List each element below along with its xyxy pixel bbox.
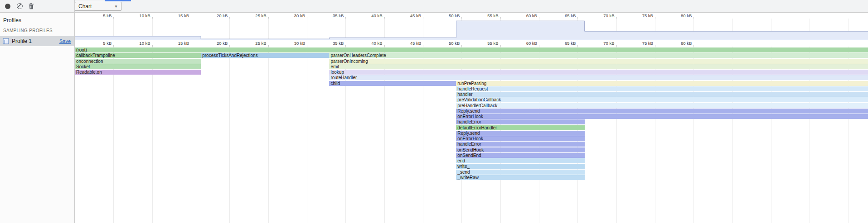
flame-frame[interactable]: onSendHook [456,147,584,152]
flame-frame[interactable]: onSendEnd [456,153,584,158]
ruler-tick-label: 45 kB [410,41,423,46]
flame-frame[interactable]: child [329,81,456,86]
top-accent-line [105,0,131,1]
flame-frame[interactable]: handler [456,92,868,97]
ruler-tick-label: 65 kB [565,13,577,18]
ruler-tick-label: 60 kB [526,41,539,46]
memory-profiler-panel: Chart ▼ Profiles SAMPLING PROFILES Profi… [0,0,868,223]
ruler-tick-label: 25 kB [255,41,268,46]
view-mode-value: Chart [78,3,92,9]
flame-frame[interactable]: callbackTrampoline [75,53,201,58]
profile-item-profile-1[interactable]: Profile 1 Save [0,36,74,46]
ruler-tick-label: 65 kB [565,41,577,46]
flame-frame[interactable]: parserOnIncoming [329,59,868,64]
save-profile-link[interactable]: Save [59,38,71,44]
ruler-tick-label: 20 kB [217,41,229,46]
clear-profiles-button[interactable] [14,0,25,12]
ruler-tick-label: 70 kB [603,13,616,18]
ruler-tick-label: 50 kB [449,13,461,18]
ruler-tick-label: 15 kB [178,41,191,46]
delete-profile-button[interactable] [25,0,37,12]
flame-frame[interactable]: processTicksAndRejections [201,53,329,58]
record-profile-button[interactable] [2,0,14,12]
allocation-flame-chart: 5 kB10 kB15 kB20 kB25 kB30 kB35 kB40 kB4… [75,13,868,223]
chevron-down-icon: ▼ [114,5,118,9]
ruler-tick-label: 40 kB [371,13,384,18]
block-icon [17,3,23,9]
flame-frame[interactable]: end [456,158,584,163]
record-icon [5,4,10,9]
profiler-toolbar: Chart ▼ [0,0,868,13]
profile-item-label: Profile 1 [12,38,57,44]
flame-chart-ruler: 5 kB10 kB15 kB20 kB25 kB30 kB35 kB40 kB4… [75,40,868,47]
flame-frame[interactable]: _send [456,170,584,175]
ruler-tick-label: 70 kB [603,41,616,46]
ruler-tick-label: 50 kB [449,41,461,46]
ruler-tick-label: 55 kB [487,41,500,46]
panel-body: Profiles SAMPLING PROFILES Profile 1 Sav… [0,13,868,223]
ruler-tick-label: 30 kB [294,13,307,18]
overview-ruler: 5 kB10 kB15 kB20 kB25 kB30 kB35 kB40 kB4… [75,13,868,19]
ruler-tick-label: 20 kB [217,13,229,18]
flame-frame[interactable]: preValidationCallback [456,97,868,102]
ruler-tick-label: 5 kB [103,41,113,46]
flame-frame[interactable]: handleRequest [456,86,868,91]
ruler-tick-label: 80 kB [681,41,693,46]
ruler-tick-label: 55 kB [487,13,500,18]
overview-area-svg [75,19,868,40]
flame-frame[interactable]: Readable.on [75,70,201,75]
profile-icon [3,38,9,44]
ruler-tick-label: 75 kB [642,13,655,18]
gridline [307,47,307,223]
flame-frame[interactable]: preHandlerCallback [456,103,868,108]
overview-area-chart[interactable] [75,19,868,40]
ruler-tick-label: 75 kB [642,41,655,46]
ruler-tick-label: 30 kB [294,41,307,46]
ruler-tick-label: 5 kB [103,13,113,18]
ruler-tick-label: 25 kB [255,13,268,18]
flame-frame[interactable]: Reply.send [456,131,584,136]
flame-frame[interactable]: Socket [75,64,201,69]
ruler-tick-label: 15 kB [178,13,191,18]
flame-frame[interactable]: runPreParsing [456,81,868,86]
ruler-tick-label: 35 kB [333,41,345,46]
ruler-tick-label: 45 kB [410,13,423,18]
flame-frame[interactable]: lookup [329,70,868,75]
flame-frame[interactable]: onconnection [75,59,201,64]
profiles-sidebar: Profiles SAMPLING PROFILES Profile 1 Sav… [0,13,75,223]
gridline [229,47,230,223]
ruler-tick-label: 80 kB [681,13,693,18]
view-mode-select[interactable]: Chart ▼ [75,2,121,11]
sidebar-title: Profiles [0,13,74,27]
flame-frame[interactable]: emit [329,64,868,69]
flame-frame[interactable]: parserOnHeadersComplete [329,53,868,58]
flame-chart-canvas[interactable]: (root)callbackTrampolineprocessTicksAndR… [75,47,868,223]
flame-frame[interactable]: (root) [75,47,868,52]
flame-frame[interactable]: write_ [456,164,584,169]
flame-frame[interactable]: _writeRaw [456,175,584,180]
flame-frame[interactable]: handleError [456,119,584,124]
flame-frame[interactable]: onErrorHook [456,114,868,119]
gridline [268,47,269,223]
trash-icon [28,3,34,9]
flame-frame[interactable]: routeHandler [329,75,868,80]
flame-frame[interactable]: handleError [456,142,584,147]
sampling-profiles-section-header: SAMPLING PROFILES [0,27,74,36]
ruler-tick-label: 60 kB [526,13,539,18]
ruler-tick-label: 40 kB [371,41,384,46]
flame-frame[interactable]: Reply.send [456,109,868,114]
flame-frame[interactable]: onErrorHook [456,136,584,141]
ruler-tick-label: 10 kB [139,13,152,18]
ruler-tick-label: 10 kB [139,41,152,46]
ruler-tick-label: 35 kB [333,13,345,18]
flame-frame[interactable]: defaultErrorHandler [456,125,584,130]
